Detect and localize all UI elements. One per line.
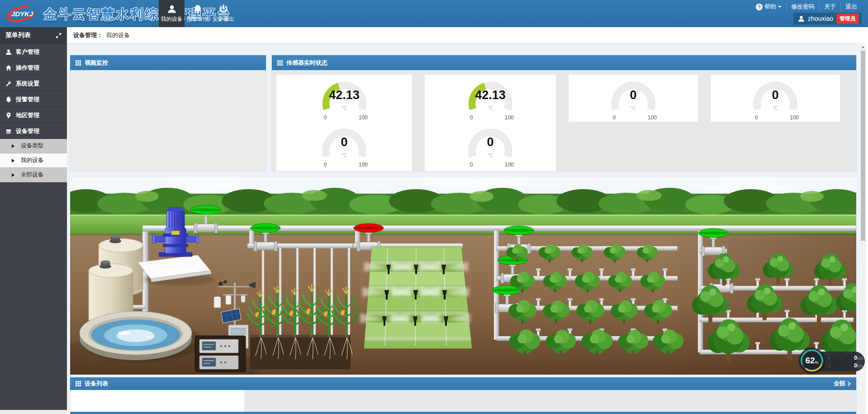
home-icon bbox=[5, 65, 12, 71]
subitem-label: 我的设备 bbox=[21, 157, 43, 164]
sidebar-subitem-all-devices[interactable]: 全部设备 bbox=[0, 168, 67, 182]
user-icon bbox=[5, 49, 12, 55]
svg-text:42.13: 42.13 bbox=[475, 88, 506, 102]
chevron-right-icon bbox=[847, 381, 851, 386]
logo-text: JDYKJ bbox=[11, 10, 33, 18]
scrollbar-thumb[interactable] bbox=[861, 51, 865, 241]
sidebar-item-system-settings[interactable]: 系统设置 bbox=[0, 76, 67, 91]
nav-my-devices[interactable]: 我的设备 bbox=[159, 0, 185, 27]
svg-text:℃: ℃ bbox=[488, 105, 493, 111]
sensor-card: 0℃0100 bbox=[569, 75, 698, 122]
grid-icon bbox=[76, 381, 81, 386]
top-nav: 我的设备 报警管理 安全退出 bbox=[159, 0, 236, 27]
video-panel-title: 视频监控 bbox=[85, 59, 108, 67]
user-icon bbox=[798, 15, 805, 22]
logout-link[interactable]: 退出 bbox=[840, 3, 862, 11]
right-edge bbox=[866, 43, 868, 414]
percent-value: 62% bbox=[800, 348, 824, 373]
sidebar-item-label: 客户管理 bbox=[16, 48, 39, 56]
device-list-panel: 设备列表 全部 bbox=[70, 377, 856, 412]
help-icon: ? bbox=[756, 4, 763, 10]
svg-text:42.13: 42.13 bbox=[329, 88, 360, 102]
sensor-panel-title: 传感器实时状态 bbox=[286, 59, 327, 67]
sensor-card: 42.13℃01000℃0100 bbox=[276, 75, 412, 171]
breadcrumb-current: 我的设备 bbox=[106, 31, 130, 39]
video-monitor-panel: 视频监控 bbox=[70, 55, 266, 171]
change-password-link[interactable]: 修改密码 bbox=[786, 3, 819, 11]
all-devices-link[interactable]: 全部 bbox=[834, 380, 851, 388]
network-rows: ↑ 0K/s ↓ 0K/s bbox=[828, 352, 863, 371]
help-link[interactable]: ? 帮助 bbox=[751, 3, 786, 11]
about-link[interactable]: 关于 bbox=[819, 3, 840, 11]
breadcrumb-section: 设备管理： bbox=[73, 31, 103, 39]
svg-text:0: 0 bbox=[613, 114, 616, 121]
sidebar-item-label: 地区管理 bbox=[16, 111, 39, 119]
svg-text:℃: ℃ bbox=[342, 105, 347, 111]
sensor-card: 0℃0100 bbox=[711, 75, 840, 122]
sensor-status-panel: 传感器实时状态 42.13℃01000℃0100 42.13℃01000℃010… bbox=[272, 55, 856, 171]
sensor-gauge: 42.13℃0100 bbox=[425, 75, 556, 122]
header-links: ? 帮助 修改密码 关于 退出 bbox=[751, 3, 862, 11]
sensor-gauge: 0℃0100 bbox=[425, 122, 556, 169]
svg-text:0: 0 bbox=[341, 135, 347, 149]
network-speed-widget[interactable]: 62% ↑ 0K/s ↓ 0K/s bbox=[800, 348, 865, 373]
sidebar-item-regions[interactable]: 地区管理 bbox=[0, 107, 67, 123]
svg-text:0: 0 bbox=[630, 88, 636, 102]
device-card[interactable] bbox=[70, 390, 244, 412]
sidebar-subitem-device-types[interactable]: 设备类型 bbox=[0, 139, 67, 153]
nav-safe-logout[interactable]: 安全退出 bbox=[210, 0, 236, 27]
svg-text:0: 0 bbox=[772, 88, 778, 102]
device-icon bbox=[5, 128, 12, 134]
sensor-gauge: 42.13℃0100 bbox=[276, 75, 412, 122]
video-panel-body bbox=[70, 70, 266, 171]
svg-text:100: 100 bbox=[359, 162, 368, 168]
svg-text:℃: ℃ bbox=[342, 152, 347, 158]
sidebar-title-bar: 菜单列表 bbox=[0, 27, 67, 44]
app-logo: JDYKJ bbox=[5, 3, 40, 24]
arrow-right-icon bbox=[12, 144, 16, 148]
nav-label: 报警管理 bbox=[187, 15, 209, 23]
user-menu[interactable]: zhouxiao 管理员 bbox=[793, 13, 862, 24]
sensor-gauge: 0℃0100 bbox=[711, 75, 840, 122]
upload-arrow-icon: ↑ bbox=[828, 355, 830, 361]
sidebar-item-customers[interactable]: 客户管理 bbox=[0, 44, 67, 60]
user-icon bbox=[167, 5, 176, 14]
sidebar-item-label: 系统设置 bbox=[16, 80, 39, 88]
svg-text:0: 0 bbox=[487, 135, 493, 149]
download-unit: K/s bbox=[857, 364, 863, 368]
download-row: ↓ 0K/s bbox=[828, 362, 863, 369]
arrow-right-icon bbox=[12, 159, 16, 162]
nav-alarm-management[interactable]: 报警管理 bbox=[185, 0, 210, 27]
svg-text:0: 0 bbox=[324, 114, 327, 121]
upload-row: ↑ 0K/s bbox=[828, 355, 863, 361]
chevron-down-icon bbox=[778, 6, 782, 10]
sidebar-item-devices[interactable]: 设备管理 bbox=[0, 123, 67, 139]
sidebar-item-alarms[interactable]: 报警管理 bbox=[0, 91, 67, 107]
power-icon bbox=[219, 5, 228, 14]
svg-text:0: 0 bbox=[470, 162, 473, 168]
sidebar-item-label: 报警管理 bbox=[16, 95, 39, 104]
sidebar-item-label: 设备管理 bbox=[16, 127, 39, 135]
next-panel-edge bbox=[70, 412, 856, 414]
svg-text:℃: ℃ bbox=[488, 152, 493, 158]
sidebar-item-operations[interactable]: 操作管理 bbox=[0, 60, 67, 76]
svg-text:0: 0 bbox=[324, 162, 327, 168]
svg-text:℃: ℃ bbox=[631, 105, 636, 111]
arrow-right-icon bbox=[12, 173, 16, 177]
sidebar-item-label: 操作管理 bbox=[16, 64, 39, 72]
sidebar-title: 菜单列表 bbox=[5, 31, 31, 39]
collapse-icon[interactable] bbox=[56, 33, 62, 38]
sidebar-subitem-my-devices[interactable]: 我的设备 bbox=[0, 153, 67, 168]
sensor-card: 42.13℃01000℃0100 bbox=[425, 75, 556, 171]
sidebar: 菜单列表 客户管理 操作管理 系统设置 报警管理 地区管理 bbox=[0, 27, 67, 414]
username: zhouxiao bbox=[808, 15, 833, 22]
download-value: 0 bbox=[854, 362, 857, 369]
svg-text:100: 100 bbox=[505, 114, 514, 121]
scroll-up-button[interactable]: ▲ bbox=[860, 43, 866, 50]
svg-text:℃: ℃ bbox=[773, 105, 778, 111]
irrigation-scene: JDYKJ bbox=[70, 177, 856, 375]
svg-text:100: 100 bbox=[648, 114, 657, 121]
nav-label: 我的设备 bbox=[161, 15, 183, 23]
breadcrumb: 设备管理： 我的设备 bbox=[67, 27, 860, 43]
main-area: 设备管理： 我的设备 视频监控 传感器实时状态 42.13℃01000℃0100 bbox=[67, 27, 868, 414]
